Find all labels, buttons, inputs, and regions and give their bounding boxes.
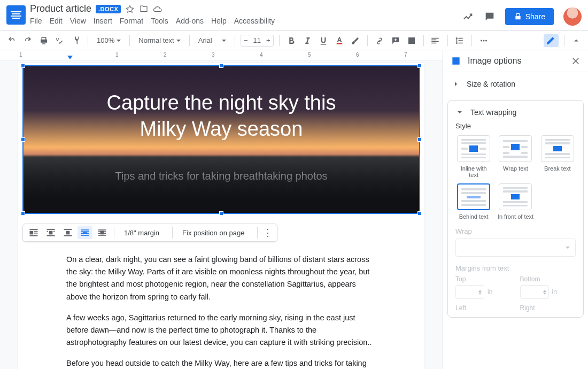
zoom-select[interactable]: 100% [94,34,124,47]
style-label: Break text [544,165,571,172]
zoom-value: 100% [97,36,114,44]
fix-label: Fix position on page [182,229,244,237]
resize-handle[interactable] [21,211,25,216]
close-icon[interactable] [571,56,581,66]
cloud-icon[interactable] [153,4,163,14]
style-opt-inline[interactable]: Inline with text [455,135,492,178]
analytics-icon[interactable] [462,11,474,22]
wrap-opt-wrap[interactable] [43,226,58,239]
italic-button[interactable] [301,34,314,47]
more-tools-button[interactable] [477,34,490,47]
menu-edit[interactable]: Edit [50,17,63,25]
share-label: Share [525,12,545,21]
wrap-opt-front[interactable] [95,226,110,239]
link-button[interactable] [373,34,386,47]
menu-view[interactable]: View [70,17,86,25]
paragraph: On a clear, dark night, you can see a fa… [66,253,376,303]
chevron-down-icon [455,108,464,117]
ruler-mark: 2 [164,52,167,58]
indent-marker[interactable] [67,56,73,59]
menu-tools[interactable]: Tools [151,17,168,25]
collapse-sidebar-button[interactable] [570,34,583,47]
spellcheck-button[interactable] [53,34,66,47]
menu-file[interactable]: File [30,17,42,25]
margin-label: 1/8" margin [124,229,159,237]
menu-addons[interactable]: Add-ons [176,17,204,25]
star-icon[interactable] [125,4,135,14]
comment-add-button[interactable] [389,34,402,47]
style-opt-wrap[interactable]: Wrap text [497,135,533,178]
underline-button[interactable] [317,34,330,47]
print-button[interactable] [37,34,50,47]
svg-point-1 [481,40,482,41]
more-options-button[interactable]: ⋮ [262,227,274,239]
resize-handle[interactable] [417,137,422,142]
share-button[interactable]: Share [505,8,554,25]
paragraph: Before you head outside to catch the Mil… [66,357,376,369]
font-value: Arial [198,36,212,44]
font-size-decrease[interactable]: − [241,36,251,44]
font-size-increase[interactable]: + [264,36,273,44]
menu-accessibility[interactable]: Accessibility [234,17,275,25]
wrap-direction-select [455,239,576,257]
svg-rect-8 [30,235,38,236]
move-icon[interactable] [139,4,149,14]
margin-select[interactable]: 1/8" margin [119,229,168,237]
style-opt-front[interactable]: In front of text [497,183,533,220]
svg-rect-15 [66,231,70,235]
resize-handle[interactable] [21,137,25,142]
style-label: Inline with text [455,165,492,178]
font-size-value[interactable]: 11 [251,36,264,44]
highlight-button[interactable] [349,34,362,47]
undo-button[interactable] [5,34,18,47]
svg-rect-16 [64,235,72,236]
menu-insert[interactable]: Insert [94,17,112,25]
resize-handle[interactable] [219,211,223,216]
section-header[interactable]: Text wrapping [455,108,576,117]
docs-logo[interactable] [6,5,26,25]
font-size-stepper[interactable]: − 11 + [241,35,274,47]
svg-rect-9 [47,229,55,230]
section-label: Size & rotation [467,80,515,88]
fix-position-select[interactable]: Fix position on page [177,229,253,237]
resize-handle[interactable] [417,211,422,216]
font-select[interactable]: Arial [195,34,229,47]
chevron-right-icon [452,80,460,88]
comments-icon[interactable] [484,11,496,22]
line-spacing-button[interactable] [453,34,466,47]
style-opt-break[interactable]: Break text [539,135,576,178]
section-text-wrapping: Text wrapping Style Inline with text Wra… [447,100,584,318]
wrap-opt-break[interactable] [60,226,75,239]
margins-heading: Margins from text [455,264,576,272]
ruler[interactable]: 1 1 2 3 4 5 6 7 [0,50,443,61]
unit-label: in [552,288,557,296]
resize-handle[interactable] [21,64,25,68]
section-size-rotation[interactable]: Size & rotation [443,72,588,96]
wrap-opt-behind[interactable] [78,226,92,239]
selected-image[interactable]: Capture the night sky this Milky Way sea… [22,65,420,214]
user-avatar[interactable] [563,7,582,26]
menu-format[interactable]: Format [120,17,143,25]
style-opt-behind[interactable]: Behind text [455,183,492,220]
text-color-button[interactable] [333,34,346,47]
document-body[interactable]: On a clear, dark night, you can see a fa… [18,242,424,369]
align-button[interactable] [429,34,442,47]
paint-format-button[interactable] [69,34,82,47]
svg-rect-21 [81,235,89,236]
editing-mode-button[interactable] [544,34,559,47]
resize-handle[interactable] [219,64,223,68]
insert-image-button[interactable] [405,34,418,47]
margin-top-label: Top [455,275,512,283]
menu-help[interactable]: Help [211,17,227,25]
paragraph-style-select[interactable]: Normal text [135,34,183,47]
wrap-opt-inline[interactable] [26,226,41,239]
resize-handle[interactable] [417,64,422,68]
paragraph: A few weeks ago, Sagittarius returned to… [66,312,376,349]
image-icon [451,56,461,66]
bold-button[interactable] [285,34,298,47]
document-area: 1 1 2 3 4 5 6 7 Capture the night sky th… [0,50,443,369]
document-title[interactable]: Product article [30,3,91,14]
redo-button[interactable] [21,34,34,47]
style-label: Behind text [459,213,489,220]
svg-rect-11 [47,231,49,232]
